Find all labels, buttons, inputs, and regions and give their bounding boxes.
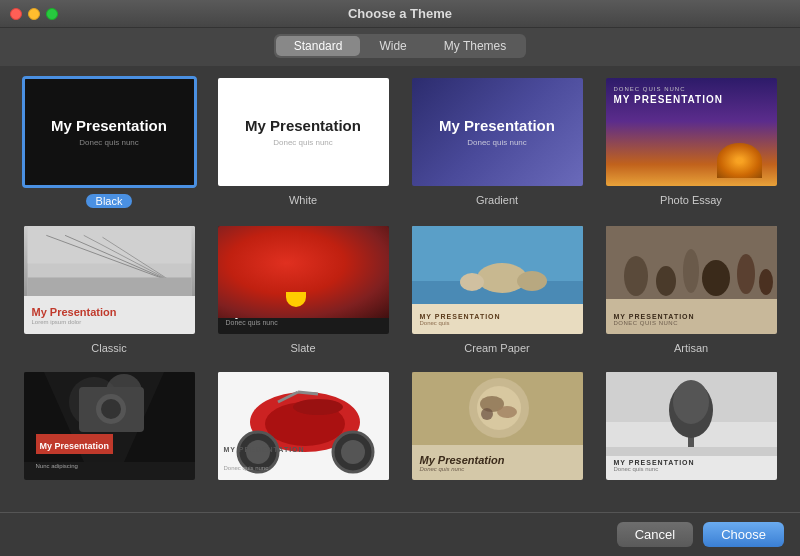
theme-item-food[interactable]: My Presentation Donec quis nunc: [408, 370, 586, 488]
svg-point-40: [497, 406, 517, 418]
thumb-classic-sub: Lorem ipsum dolor: [32, 318, 187, 326]
theme-item-artisan[interactable]: MY PRESENTATION DONEC QUIS NUNC Artisan: [602, 224, 780, 354]
bridge-svg: [24, 226, 195, 296]
thumb-gradient-title: My Presentation: [439, 117, 555, 134]
svg-point-10: [517, 271, 547, 291]
thumb-black-sub: Donec quis nunc: [79, 138, 139, 147]
thumb-artisan-title: MY PRESENTATION: [614, 313, 769, 320]
nature-svg: [606, 372, 779, 456]
theme-thumb-artisan[interactable]: MY PRESENTATION DONEC QUIS NUNC: [604, 224, 779, 336]
theme-label-black: Black: [86, 194, 133, 208]
theme-label-white: White: [289, 194, 317, 206]
theme-label-classic: Classic: [91, 342, 126, 354]
svg-point-35: [293, 399, 343, 415]
svg-line-34: [298, 392, 318, 394]
theme-item-bold[interactable]: My Presentation Nunc adipiscing: [20, 370, 198, 488]
thumb-slate-sub: Donec quis nunc: [226, 319, 381, 326]
sea-svg: [412, 226, 585, 304]
svg-rect-1: [27, 226, 191, 263]
svg-point-46: [673, 380, 709, 424]
thumb-food-sub: Donec quis nunc: [420, 466, 575, 472]
nature-image: [606, 372, 777, 453]
maximize-button[interactable]: [46, 8, 58, 20]
svg-point-25: [101, 399, 121, 419]
theme-label-cream-paper: Cream Paper: [464, 342, 529, 354]
theme-item-photo-essay[interactable]: DONEC QUIS NUNC MY PRESENTATION Photo Es…: [602, 76, 780, 208]
thumb-bold-sub: Nunc adipiscing: [36, 463, 78, 469]
thumb-artisan-sub: DONEC QUIS NUNC: [614, 320, 769, 326]
theme-item-moto[interactable]: MY PRESENTATION Donec quis nunc: [214, 370, 392, 488]
food-svg: [412, 372, 585, 445]
svg-point-15: [683, 249, 699, 293]
cancel-button[interactable]: Cancel: [617, 522, 693, 547]
tab-group: Standard Wide My Themes: [274, 34, 527, 58]
theme-grid: My Presentation Donec quis nunc Black My…: [20, 76, 780, 488]
theme-picker-content: My Presentation Donec quis nunc Black My…: [0, 66, 800, 512]
svg-point-14: [656, 266, 676, 296]
thumb-cream-title: MY PRESENTATION: [420, 313, 575, 320]
thumb-food-title: My Presentation: [420, 454, 575, 466]
theme-thumb-classic[interactable]: My Presentation Lorem ipsum dolor: [22, 224, 197, 336]
theme-thumb-black[interactable]: My Presentation Donec quis nunc: [22, 76, 197, 188]
thumb-nature-title: MY PRESENTATION: [614, 459, 769, 466]
bottom-bar: Cancel Choose: [0, 512, 800, 556]
svg-point-13: [624, 256, 648, 296]
thumb-gradient-sub: Donec quis nunc: [467, 138, 527, 147]
theme-item-black[interactable]: My Presentation Donec quis nunc Black: [20, 76, 198, 208]
cream-paper-image: [412, 226, 583, 302]
title-bar: Choose a Theme: [0, 0, 800, 28]
thumb-moto-sub: Donec quis nunc: [224, 465, 269, 471]
theme-label-artisan: Artisan: [674, 342, 708, 354]
tent-icon: [717, 143, 762, 178]
theme-thumb-nature[interactable]: MY PRESENTATION Donec quis nunc: [604, 370, 779, 482]
svg-point-11: [460, 273, 484, 291]
thumb-nature-sub: Donec quis nunc: [614, 466, 769, 472]
close-button[interactable]: [10, 8, 22, 20]
svg-rect-6: [27, 277, 191, 296]
minimize-button[interactable]: [28, 8, 40, 20]
artisan-svg: [606, 226, 779, 299]
tab-bar: Standard Wide My Themes: [0, 28, 800, 66]
theme-thumb-bold[interactable]: My Presentation Nunc adipiscing: [22, 370, 197, 482]
thumb-cream-sub: Donec quis: [420, 320, 575, 326]
theme-thumb-photo-essay[interactable]: DONEC QUIS NUNC MY PRESENTATION: [604, 76, 779, 188]
theme-thumb-gradient[interactable]: My Presentation Donec quis nunc: [410, 76, 585, 188]
theme-label-gradient: Gradient: [476, 194, 518, 206]
artisan-image: [606, 226, 777, 296]
tab-standard[interactable]: Standard: [276, 36, 361, 56]
bridge-image: [24, 226, 195, 296]
food-image: [412, 372, 583, 442]
thumb-photo-essay-small: DONEC QUIS NUNC: [614, 86, 686, 92]
tab-mythemes[interactable]: My Themes: [426, 36, 524, 56]
theme-thumb-food[interactable]: My Presentation Donec quis nunc: [410, 370, 585, 482]
svg-point-41: [481, 408, 493, 420]
window-title: Choose a Theme: [348, 6, 452, 21]
theme-item-cream-paper[interactable]: MY PRESENTATION Donec quis Cream Paper: [408, 224, 586, 354]
thumb-classic-title: My Presentation: [32, 306, 187, 318]
theme-item-slate[interactable]: My Presentation Donec quis nunc Slate: [214, 224, 392, 354]
theme-thumb-slate[interactable]: My Presentation Donec quis nunc: [216, 224, 391, 336]
tab-wide[interactable]: Wide: [361, 36, 424, 56]
theme-label-slate: Slate: [290, 342, 315, 354]
moto-label-area: MY PRESENTATION Donec quis nunc: [224, 438, 383, 474]
theme-thumb-moto[interactable]: MY PRESENTATION Donec quis nunc: [216, 370, 391, 482]
theme-item-gradient[interactable]: My Presentation Donec quis nunc Gradient: [408, 76, 586, 208]
thumb-bold-title: My Presentation: [40, 441, 110, 451]
theme-item-white[interactable]: My Presentation Donec quis nunc White: [214, 76, 392, 208]
theme-item-nature[interactable]: MY PRESENTATION Donec quis nunc: [602, 370, 780, 488]
thumb-black-title: My Presentation: [51, 117, 167, 134]
thumb-white-title: My Presentation: [245, 117, 361, 134]
thumb-moto-title: MY PRESENTATION: [224, 446, 305, 453]
svg-point-17: [737, 254, 755, 294]
theme-thumb-cream-paper[interactable]: MY PRESENTATION Donec quis: [410, 224, 585, 336]
thumb-photo-essay-title: MY PRESENTATION: [614, 94, 723, 105]
bold-title-bg: My Presentation: [36, 434, 114, 454]
svg-point-16: [702, 260, 730, 296]
choose-button[interactable]: Choose: [703, 522, 784, 547]
svg-rect-47: [606, 447, 779, 456]
theme-thumb-white[interactable]: My Presentation Donec quis nunc: [216, 76, 391, 188]
theme-item-classic[interactable]: My Presentation Lorem ipsum dolor Classi…: [20, 224, 198, 354]
traffic-lights: [10, 8, 58, 20]
thumb-white-sub: Donec quis nunc: [273, 138, 333, 147]
svg-point-18: [759, 269, 773, 295]
